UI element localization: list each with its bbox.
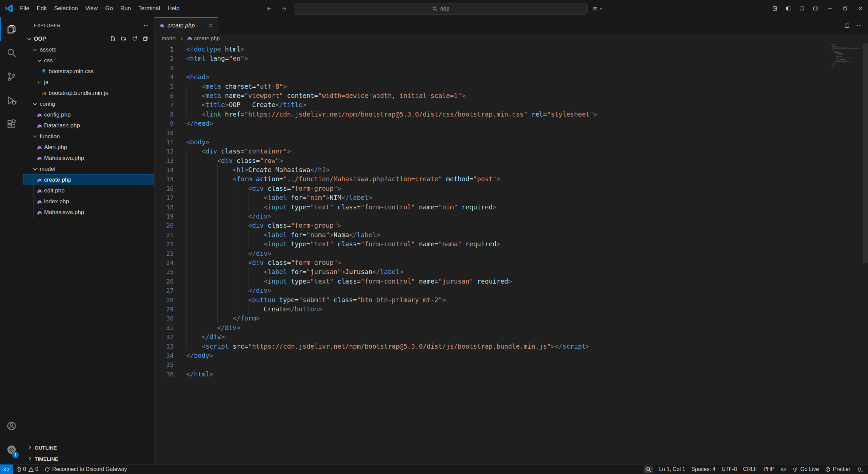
tab-create-php[interactable]: create.php [155, 17, 218, 34]
workspace-section-row[interactable]: OOP [23, 34, 154, 44]
tree-item-config-php[interactable]: config.php [23, 109, 154, 120]
minimize-icon[interactable] [822, 0, 837, 17]
close-icon[interactable] [853, 0, 868, 17]
tree-item-create-php[interactable]: create.php [23, 174, 154, 185]
new-folder-icon[interactable] [121, 36, 127, 42]
status-notifications[interactable] [853, 465, 865, 474]
tree-item-mahasiswa-php[interactable]: Mahasiswa.php [23, 207, 154, 218]
activity-search[interactable] [0, 41, 23, 65]
activity-extensions[interactable] [0, 112, 23, 136]
status-go-live[interactable]: Go Live [789, 465, 822, 474]
breadcrumb-item-create-php[interactable]: create.php [187, 36, 220, 42]
code-line-content[interactable]: </head> [186, 119, 213, 128]
editor-scrollbar[interactable] [863, 43, 868, 263]
menu-selection[interactable]: Selection [51, 5, 82, 12]
restore-icon[interactable] [837, 0, 853, 17]
navigate-back-icon[interactable] [264, 4, 274, 14]
code-line-content[interactable]: <button type="submit" class="btn btn-pri… [186, 295, 446, 305]
code-line-content[interactable]: <title>OOP - Create</title> [186, 100, 307, 109]
code-line-content[interactable]: <link href="https://cdn.jsdelivr.net/npm… [186, 110, 597, 119]
code-line-content[interactable]: </form> [186, 314, 260, 323]
activity-run-debug[interactable] [0, 88, 23, 112]
code-line-content[interactable]: <label for="nama">Nama</label> [186, 230, 380, 240]
menu-help[interactable]: Help [164, 5, 183, 12]
code-line-content[interactable]: <label for="nim">NIM</label> [186, 193, 372, 202]
navigate-forward-icon[interactable] [279, 4, 289, 14]
status-eol[interactable]: CRLF [740, 465, 761, 474]
menu-go[interactable]: Go [101, 5, 117, 12]
activity-explorer[interactable] [0, 17, 23, 41]
status-copilot-status[interactable] [777, 465, 789, 474]
tree-item-function[interactable]: function [23, 131, 154, 142]
code-line-content[interactable]: <form action="../function/Mahasiswa.php?… [186, 174, 500, 184]
tree-item-edit-php[interactable]: edit.php [23, 185, 154, 196]
code-line-content[interactable]: <div class="form-group"> [186, 184, 341, 193]
menu-terminal[interactable]: Terminal [135, 5, 164, 12]
customize-layout-icon[interactable] [768, 0, 782, 17]
tree-item-mahasiswa-php[interactable]: Mahasiswa.php [23, 153, 154, 164]
code-line-content[interactable]: <div class="row"> [186, 156, 283, 165]
code-line-content[interactable]: <head> [186, 73, 210, 82]
status-indentation[interactable]: Spaces: 4 [688, 465, 718, 474]
menu-file[interactable]: File [16, 5, 33, 12]
code-line-content[interactable]: <meta name="viewport" content="width=dev… [186, 91, 466, 100]
panel-bottom-icon[interactable] [795, 0, 809, 17]
code-line-content[interactable]: <label for="jurusan">Jurusan</label> [186, 267, 403, 276]
code-editor[interactable]: 1<!doctype html>2<html lang="en">34<head… [155, 43, 868, 464]
split-editor-icon[interactable] [844, 23, 850, 28]
activity-accounts[interactable] [0, 414, 23, 438]
code-line-content[interactable]: </body> [186, 351, 213, 360]
code-line-content[interactable]: </div> [186, 212, 272, 221]
code-line-content[interactable]: </div> [186, 332, 225, 342]
code-line-content[interactable]: <html lang="en"> [186, 54, 248, 63]
panel-right-icon[interactable] [809, 0, 822, 17]
code-line-content[interactable]: <div class="form-group"> [186, 221, 341, 230]
panel-outline[interactable]: OUTLINE [23, 442, 154, 453]
code-line-content[interactable]: <!doctype html> [186, 45, 244, 54]
new-file-icon[interactable] [110, 36, 116, 42]
tree-item-database-php[interactable]: Database.php [23, 120, 154, 131]
tree-item-index-php[interactable]: index.php [23, 196, 154, 207]
tree-item-js[interactable]: js [23, 77, 154, 88]
code-line-content[interactable]: </div> [186, 323, 240, 332]
tree-item-model[interactable]: model [23, 164, 154, 174]
code-line-content[interactable]: <h1>Create Mahasiswa</h1> [186, 165, 330, 174]
tree-item-css[interactable]: css [23, 55, 154, 66]
code-line-content[interactable]: </div> [186, 249, 272, 258]
code-line-content[interactable]: Create</button> [186, 305, 322, 314]
code-line-content[interactable]: <div class="container"> [186, 147, 291, 156]
status-problems[interactable]: 00 [13, 465, 41, 474]
code-line-content[interactable]: <input type="text" class="form-control" … [186, 240, 500, 249]
code-line-content[interactable]: <script src="https://cdn.jsdelivr.net/np… [186, 342, 590, 351]
status-screencast-zoom[interactable] [641, 465, 656, 474]
code-line-content[interactable]: <input type="text" class="form-control" … [186, 203, 496, 212]
panel-left-icon[interactable] [782, 0, 795, 17]
editor-more-actions-icon[interactable] [856, 23, 862, 28]
menu-view[interactable]: View [82, 5, 102, 12]
tree-item-bootstrap-min-css[interactable]: #bootstrap.min.css [23, 66, 154, 77]
activity-source-control[interactable] [0, 65, 23, 88]
breadcrumb-item-model[interactable]: model [162, 36, 177, 42]
status-cursor-position[interactable]: Ln 1, Col 1 [656, 465, 688, 474]
code-line-content[interactable]: <meta charset="utf-8"> [186, 82, 287, 91]
tree-item-bootstrap-bundle-min-js[interactable]: JSbootstrap.bundle.min.js [23, 88, 154, 99]
code-line-content[interactable]: </div> [186, 286, 272, 295]
copilot-menu-button[interactable] [592, 6, 604, 12]
tab-close-icon[interactable] [208, 23, 214, 29]
panel-timeline[interactable]: TIMELINE [23, 453, 154, 464]
code-line-content[interactable]: <input type="text" class="form-control" … [186, 277, 512, 286]
tree-item-config[interactable]: config [23, 99, 154, 109]
minimap[interactable]: <!doctype html><html lang="en"><head> <m… [831, 44, 862, 88]
code-line-content[interactable]: </html> [186, 370, 213, 379]
status-language[interactable]: PHP [760, 465, 777, 474]
status-discord-reconnect[interactable]: Reconnect to Discord Gateway [41, 465, 130, 474]
tree-item-assets[interactable]: assets [23, 44, 154, 55]
explorer-more-actions-icon[interactable] [143, 23, 149, 28]
status-encoding[interactable]: UTF-8 [718, 465, 740, 474]
collapse-all-icon[interactable] [143, 36, 149, 42]
code-line-content[interactable]: <body> [186, 138, 210, 147]
menu-run[interactable]: Run [117, 5, 135, 12]
code-line-content[interactable]: <div class="form-group"> [186, 258, 341, 267]
tree-item-alert-php[interactable]: Alert.php [23, 142, 154, 153]
menu-edit[interactable]: Edit [33, 5, 50, 12]
